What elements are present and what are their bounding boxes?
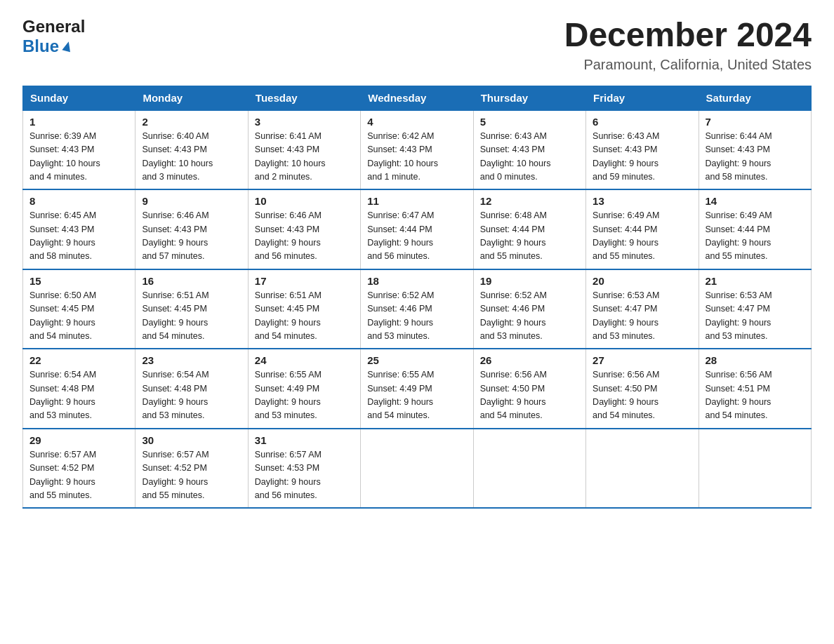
day-info: Sunrise: 6:48 AMSunset: 4:44 PMDaylight:…: [480, 210, 547, 261]
day-number: 10: [255, 195, 354, 207]
day-info: Sunrise: 6:45 AMSunset: 4:43 PMDaylight:…: [29, 210, 96, 261]
calendar-day-cell: 19 Sunrise: 6:52 AMSunset: 4:46 PMDaylig…: [473, 269, 585, 349]
day-info: Sunrise: 6:49 AMSunset: 4:44 PMDaylight:…: [706, 210, 772, 261]
weekday-header-thursday: Thursday: [473, 86, 585, 110]
day-info: Sunrise: 6:52 AMSunset: 4:46 PMDaylight:…: [367, 290, 434, 341]
calendar-day-cell: 7 Sunrise: 6:44 AMSunset: 4:43 PMDayligh…: [699, 110, 811, 190]
day-info: Sunrise: 6:56 AMSunset: 4:50 PMDaylight:…: [593, 370, 659, 420]
title-section: December 2024 Paramount, California, Uni…: [564, 17, 812, 73]
logo-general: General: [22, 17, 85, 36]
svg-marker-0: [62, 41, 72, 53]
day-number: 18: [367, 275, 466, 287]
day-number: 28: [706, 354, 805, 366]
calendar-week-row: 22 Sunrise: 6:54 AMSunset: 4:48 PMDaylig…: [23, 349, 812, 429]
calendar-day-cell: 4 Sunrise: 6:42 AMSunset: 4:43 PMDayligh…: [361, 110, 473, 190]
day-info: Sunrise: 6:51 AMSunset: 4:45 PMDaylight:…: [255, 290, 322, 341]
logo-blue: Blue: [22, 36, 85, 56]
day-info: Sunrise: 6:43 AMSunset: 4:43 PMDaylight:…: [480, 131, 551, 182]
logo-triangle-icon: [60, 39, 74, 53]
day-number: 29: [29, 434, 128, 446]
calendar-day-cell: 12 Sunrise: 6:48 AMSunset: 4:44 PMDaylig…: [473, 189, 585, 269]
calendar-week-row: 1 Sunrise: 6:39 AMSunset: 4:43 PMDayligh…: [23, 110, 812, 190]
empty-day-cell: [473, 429, 585, 509]
calendar-day-cell: 28 Sunrise: 6:56 AMSunset: 4:51 PMDaylig…: [699, 349, 811, 429]
day-info: Sunrise: 6:50 AMSunset: 4:45 PMDaylight:…: [29, 290, 96, 341]
calendar-day-cell: 15 Sunrise: 6:50 AMSunset: 4:45 PMDaylig…: [23, 269, 135, 349]
page-header: General Blue December 2024 Paramount, Ca…: [22, 17, 812, 73]
day-info: Sunrise: 6:57 AMSunset: 4:52 PMDaylight:…: [29, 450, 96, 500]
day-info: Sunrise: 6:55 AMSunset: 4:49 PMDaylight:…: [255, 370, 322, 420]
day-info: Sunrise: 6:44 AMSunset: 4:43 PMDaylight:…: [706, 131, 772, 182]
empty-day-cell: [699, 429, 811, 509]
calendar-day-cell: 22 Sunrise: 6:54 AMSunset: 4:48 PMDaylig…: [23, 349, 135, 429]
day-number: 9: [142, 195, 241, 207]
calendar-day-cell: 2 Sunrise: 6:40 AMSunset: 4:43 PMDayligh…: [135, 110, 248, 190]
day-info: Sunrise: 6:52 AMSunset: 4:46 PMDaylight:…: [480, 290, 547, 341]
logo: General Blue: [22, 17, 85, 55]
weekday-header-sunday: Sunday: [23, 86, 135, 110]
day-info: Sunrise: 6:43 AMSunset: 4:43 PMDaylight:…: [593, 131, 659, 182]
weekday-header-monday: Monday: [135, 86, 248, 110]
day-number: 7: [706, 116, 805, 128]
calendar-day-cell: 17 Sunrise: 6:51 AMSunset: 4:45 PMDaylig…: [248, 269, 360, 349]
day-info: Sunrise: 6:54 AMSunset: 4:48 PMDaylight:…: [29, 370, 96, 420]
day-info: Sunrise: 6:51 AMSunset: 4:45 PMDaylight:…: [142, 290, 208, 341]
day-info: Sunrise: 6:53 AMSunset: 4:47 PMDaylight:…: [593, 290, 659, 341]
calendar-day-cell: 27 Sunrise: 6:56 AMSunset: 4:50 PMDaylig…: [586, 349, 699, 429]
calendar-day-cell: 11 Sunrise: 6:47 AMSunset: 4:44 PMDaylig…: [361, 189, 473, 269]
calendar-day-cell: 30 Sunrise: 6:57 AMSunset: 4:52 PMDaylig…: [135, 429, 248, 509]
day-number: 20: [593, 275, 691, 287]
day-number: 4: [367, 116, 466, 128]
weekday-header-tuesday: Tuesday: [248, 86, 360, 110]
weekday-header-friday: Friday: [586, 86, 699, 110]
day-info: Sunrise: 6:53 AMSunset: 4:47 PMDaylight:…: [706, 290, 772, 341]
day-info: Sunrise: 6:54 AMSunset: 4:48 PMDaylight:…: [142, 370, 208, 420]
empty-day-cell: [361, 429, 473, 509]
day-info: Sunrise: 6:41 AMSunset: 4:43 PMDaylight:…: [255, 131, 326, 182]
day-number: 16: [142, 275, 241, 287]
day-number: 13: [593, 195, 691, 207]
day-info: Sunrise: 6:46 AMSunset: 4:43 PMDaylight:…: [255, 210, 322, 261]
calendar-day-cell: 14 Sunrise: 6:49 AMSunset: 4:44 PMDaylig…: [699, 189, 811, 269]
day-number: 6: [593, 116, 691, 128]
day-number: 1: [29, 116, 128, 128]
calendar-day-cell: 5 Sunrise: 6:43 AMSunset: 4:43 PMDayligh…: [473, 110, 585, 190]
day-number: 2: [142, 116, 241, 128]
day-info: Sunrise: 6:56 AMSunset: 4:50 PMDaylight:…: [480, 370, 547, 420]
day-info: Sunrise: 6:40 AMSunset: 4:43 PMDaylight:…: [142, 131, 213, 182]
day-number: 25: [367, 354, 466, 366]
day-number: 12: [480, 195, 579, 207]
day-info: Sunrise: 6:42 AMSunset: 4:43 PMDaylight:…: [367, 131, 438, 182]
day-number: 27: [593, 354, 691, 366]
calendar-day-cell: 8 Sunrise: 6:45 AMSunset: 4:43 PMDayligh…: [23, 189, 135, 269]
calendar-day-cell: 3 Sunrise: 6:41 AMSunset: 4:43 PMDayligh…: [248, 110, 360, 190]
calendar-day-cell: 24 Sunrise: 6:55 AMSunset: 4:49 PMDaylig…: [248, 349, 360, 429]
calendar-day-cell: 10 Sunrise: 6:46 AMSunset: 4:43 PMDaylig…: [248, 189, 360, 269]
day-number: 8: [29, 195, 128, 207]
calendar-day-cell: 31 Sunrise: 6:57 AMSunset: 4:53 PMDaylig…: [248, 429, 360, 509]
day-info: Sunrise: 6:47 AMSunset: 4:44 PMDaylight:…: [367, 210, 434, 261]
calendar-day-cell: 23 Sunrise: 6:54 AMSunset: 4:48 PMDaylig…: [135, 349, 248, 429]
calendar-week-row: 15 Sunrise: 6:50 AMSunset: 4:45 PMDaylig…: [23, 269, 812, 349]
day-number: 24: [255, 354, 354, 366]
day-number: 15: [29, 275, 128, 287]
calendar-day-cell: 26 Sunrise: 6:56 AMSunset: 4:50 PMDaylig…: [473, 349, 585, 429]
calendar-location: Paramount, California, United States: [564, 57, 812, 73]
calendar-week-row: 8 Sunrise: 6:45 AMSunset: 4:43 PMDayligh…: [23, 189, 812, 269]
weekday-header-saturday: Saturday: [699, 86, 811, 110]
day-number: 22: [29, 354, 128, 366]
calendar-day-cell: 1 Sunrise: 6:39 AMSunset: 4:43 PMDayligh…: [23, 110, 135, 190]
day-info: Sunrise: 6:49 AMSunset: 4:44 PMDaylight:…: [593, 210, 659, 261]
day-number: 11: [367, 195, 466, 207]
day-number: 30: [142, 434, 241, 446]
calendar-day-cell: 6 Sunrise: 6:43 AMSunset: 4:43 PMDayligh…: [586, 110, 699, 190]
calendar-table: SundayMondayTuesdayWednesdayThursdayFrid…: [22, 86, 812, 509]
calendar-day-cell: 21 Sunrise: 6:53 AMSunset: 4:47 PMDaylig…: [699, 269, 811, 349]
calendar-day-cell: 9 Sunrise: 6:46 AMSunset: 4:43 PMDayligh…: [135, 189, 248, 269]
day-info: Sunrise: 6:55 AMSunset: 4:49 PMDaylight:…: [367, 370, 434, 420]
weekday-header-wednesday: Wednesday: [361, 86, 473, 110]
day-info: Sunrise: 6:39 AMSunset: 4:43 PMDaylight:…: [29, 131, 100, 182]
calendar-day-cell: 16 Sunrise: 6:51 AMSunset: 4:45 PMDaylig…: [135, 269, 248, 349]
calendar-week-row: 29 Sunrise: 6:57 AMSunset: 4:52 PMDaylig…: [23, 429, 812, 509]
day-number: 5: [480, 116, 579, 128]
